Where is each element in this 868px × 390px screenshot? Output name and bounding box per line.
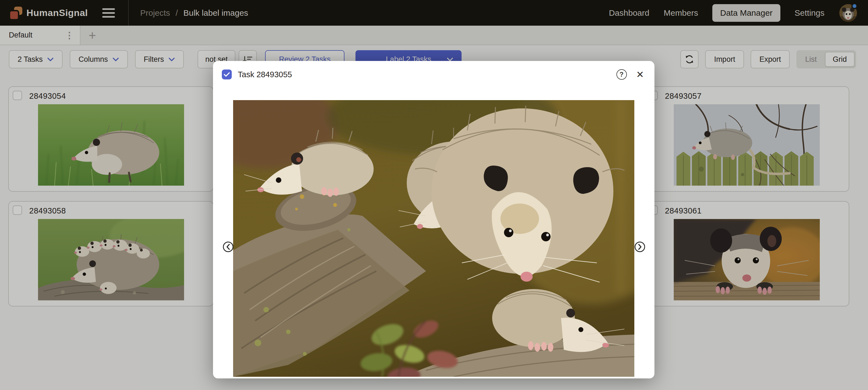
close-icon[interactable]: ✕ <box>636 70 644 79</box>
next-task-button[interactable] <box>634 242 645 252</box>
previous-task-button[interactable] <box>223 242 234 252</box>
modal-title: Task 28493055 <box>238 70 292 79</box>
task-preview-image <box>233 100 634 377</box>
modal-header: Task 28493055 ? ✕ <box>213 61 654 80</box>
checkmark-icon <box>224 72 230 77</box>
task-preview-modal: Task 28493055 ? ✕ <box>213 61 654 379</box>
data-manager-page: HumanSignal Projects / Bulk label images… <box>0 0 868 390</box>
chevron-left-icon <box>226 244 230 250</box>
help-icon[interactable]: ? <box>616 69 627 80</box>
task-select-checkbox[interactable] <box>222 69 232 79</box>
chevron-right-icon <box>638 244 642 250</box>
